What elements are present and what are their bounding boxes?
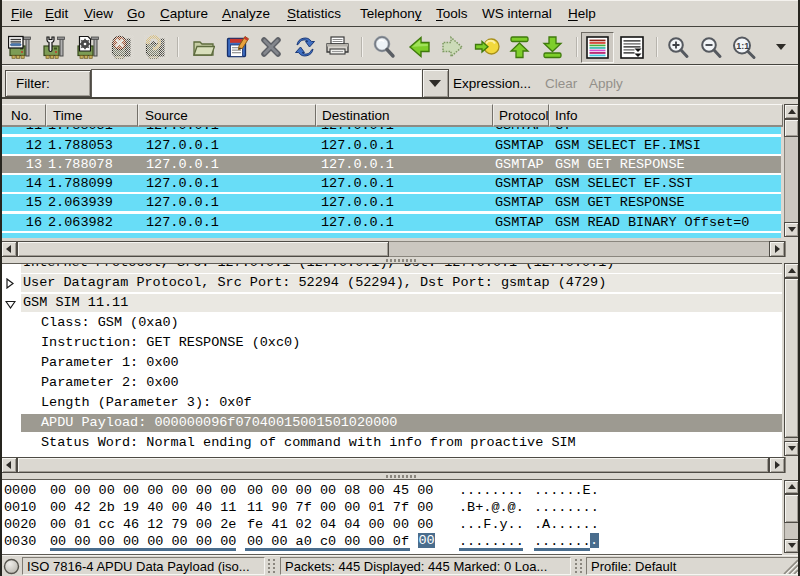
svg-text:1:1: 1:1: [736, 41, 749, 51]
